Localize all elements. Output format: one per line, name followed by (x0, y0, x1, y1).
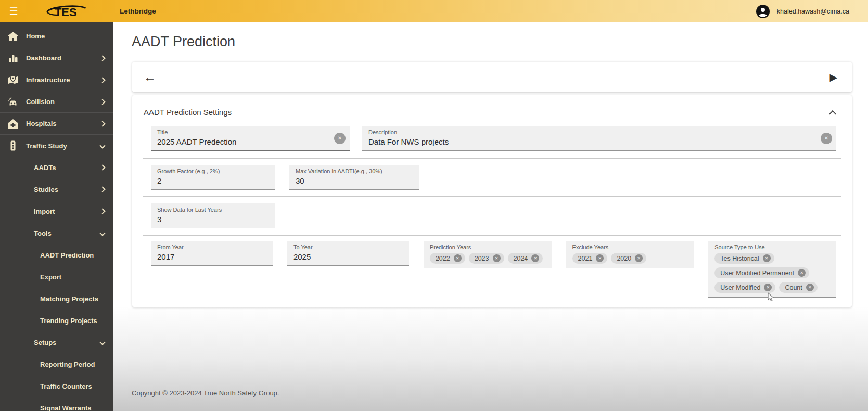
sidebar-item-reporting-period[interactable]: Reporting Period (0, 353, 113, 375)
sidebar-item-dashboard[interactable]: Dashboard (0, 47, 113, 69)
sidebar-item-infrastructure[interactable]: Infrastructure (0, 69, 113, 91)
run-prediction-button[interactable]: ▶ (829, 72, 837, 82)
sidebar-item-traffic-counters[interactable]: Traffic Counters (0, 375, 113, 397)
chevron-right-icon (99, 99, 105, 105)
collision-icon (7, 96, 19, 108)
account-menu[interactable]: khaled.hawash@cima.ca (756, 0, 849, 22)
sidebar-item-studies[interactable]: Studies (0, 178, 113, 200)
title-field[interactable]: Title 2025 AADT Predection ✕ (151, 126, 350, 151)
show-last-years-input[interactable]: 3 (157, 215, 269, 224)
remove-chip-icon[interactable]: ✕ (635, 254, 643, 262)
sidebar-item-tools[interactable]: Tools (0, 222, 113, 244)
remove-chip-icon[interactable]: ✕ (764, 284, 772, 291)
remove-chip-icon[interactable]: ✕ (596, 254, 604, 262)
clear-title-button[interactable]: ✕ (334, 133, 346, 144)
back-button[interactable]: ← (144, 71, 156, 83)
sidebar-item-traffic-study[interactable]: Traffic Study (0, 135, 113, 157)
max-variation-input[interactable]: 30 (296, 176, 413, 185)
show-last-years-label: Show Data for Last Years (157, 207, 269, 213)
sidebar-item-signal-warrants[interactable]: Signal Warrants (0, 397, 113, 411)
source-type-chip[interactable]: User Modified Permanent✕ (714, 267, 809, 278)
remove-chip-icon[interactable]: ✕ (798, 269, 806, 277)
remove-chip-icon[interactable]: ✕ (454, 254, 462, 262)
prediction-year-chip[interactable]: 2022✕ (430, 253, 465, 264)
remove-chip-icon[interactable]: ✕ (493, 254, 501, 262)
description-input[interactable]: Data For NWS projects (368, 137, 830, 146)
tes-logo: TES (44, 4, 87, 19)
section-title: AADT Prediction Settings (144, 108, 232, 117)
source-type-chip[interactable]: User Modified✕ (714, 282, 775, 293)
source-type-chip[interactable]: Tes Historical✕ (714, 253, 774, 264)
sidebar-item-hospitals[interactable]: Hospitals (0, 113, 113, 135)
sidebar-item-import[interactable]: Import (0, 200, 113, 222)
row-divider (143, 158, 841, 159)
sidebar-item-home[interactable]: Home (0, 25, 113, 47)
copyright-text: Copyright © 2023-2024 True North Safety … (132, 389, 279, 397)
app-window: ☰ TES Lethbridge khaled.hawash@cima.ca H… (0, 0, 868, 411)
map-pin-icon (7, 74, 19, 86)
user-email: khaled.hawash@cima.ca (777, 8, 849, 15)
remove-chip-icon[interactable]: ✕ (763, 254, 771, 262)
sidebar-item-trending-projects[interactable]: Trending Projects (0, 310, 113, 331)
exclude-year-chip[interactable]: 2020✕ (611, 253, 646, 264)
sidebar-nav: Home Dashboard Infrastructure (0, 22, 113, 411)
max-variation-field[interactable]: Max Variation in AADTI(e.g., 30%) 30 (289, 165, 419, 190)
to-year-input[interactable]: 2025 (293, 252, 403, 261)
to-year-field[interactable]: To Year 2025 (287, 241, 409, 266)
prediction-year-chip[interactable]: 2023✕ (469, 253, 504, 264)
growth-factor-input[interactable]: 2 (157, 176, 269, 185)
sidebar-item-export[interactable]: Export (0, 266, 113, 288)
growth-factor-label: Growth Factor (e.g., 2%) (157, 168, 269, 174)
prediction-years-label: Prediction Years (430, 244, 545, 250)
footer-divider (132, 386, 868, 386)
description-field[interactable]: Description Data For NWS projects ✕ (362, 126, 836, 151)
sidebar-item-collision[interactable]: Collision (0, 91, 113, 113)
exclude-year-chip[interactable]: 2021✕ (572, 253, 608, 264)
settings-card: AADT Prediction Settings Title 2025 AADT… (132, 95, 852, 307)
dashboard-icon (7, 53, 19, 64)
sidebar-item-aadts[interactable]: AADTs (0, 157, 113, 178)
exclude-years-label: Exclude Years (572, 244, 688, 250)
to-year-label: To Year (293, 244, 403, 250)
location-label: Lethbridge (120, 7, 156, 15)
title-input[interactable]: 2025 AADT Predection (157, 137, 343, 146)
menu-icon[interactable]: ☰ (6, 4, 21, 19)
hospital-icon (7, 118, 19, 130)
from-year-field[interactable]: From Year 2017 (151, 241, 273, 266)
chevron-down-icon (99, 143, 105, 148)
page-title: AADT Prediction (132, 34, 235, 50)
chevron-right-icon (99, 77, 105, 83)
sidebar-item-matching-projects[interactable]: Matching Projects (0, 288, 113, 310)
top-bar: ☰ TES Lethbridge khaled.hawash@cima.ca (0, 0, 868, 22)
clear-description-button[interactable]: ✕ (821, 133, 832, 144)
chevron-right-icon (99, 208, 105, 214)
source-type-field[interactable]: Source Type to Use Tes Historical✕ User … (708, 241, 836, 298)
chevron-up-icon (829, 110, 836, 117)
traffic-light-icon (7, 140, 19, 151)
from-year-label: From Year (157, 244, 266, 250)
source-type-label: Source Type to Use (714, 244, 830, 250)
chevron-right-icon (99, 55, 105, 61)
exclude-years-field[interactable]: Exclude Years 2021✕ 2020✕ (566, 241, 694, 268)
description-label: Description (368, 129, 830, 135)
from-year-input[interactable]: 2017 (157, 252, 266, 261)
prediction-year-chip[interactable]: 2024✕ (508, 253, 543, 264)
prediction-years-field[interactable]: Prediction Years 2022✕ 2023✕ 2024✕ (424, 241, 552, 268)
source-type-chip[interactable]: Count✕ (779, 282, 817, 293)
chevron-down-icon (99, 339, 105, 345)
growth-factor-field[interactable]: Growth Factor (e.g., 2%) 2 (151, 165, 275, 190)
sidebar-item-aadt-prediction[interactable]: AADT Prediction (0, 244, 113, 266)
remove-chip-icon[interactable]: ✕ (531, 254, 539, 262)
row-divider (143, 196, 841, 197)
chevron-right-icon (99, 121, 105, 126)
toolbar-card: ← ▶ (132, 62, 852, 92)
collapse-section-button[interactable] (829, 109, 836, 116)
svg-text:TES: TES (55, 5, 77, 18)
avatar-icon (756, 5, 770, 18)
remove-chip-icon[interactable]: ✕ (806, 284, 814, 291)
chevron-right-icon (99, 186, 105, 192)
title-label: Title (157, 129, 343, 135)
main-content: AADT Prediction ← ▶ AADT Prediction Sett… (113, 22, 868, 411)
sidebar-item-setups[interactable]: Setups (0, 331, 113, 353)
show-last-years-field[interactable]: Show Data for Last Years 3 (151, 203, 275, 228)
